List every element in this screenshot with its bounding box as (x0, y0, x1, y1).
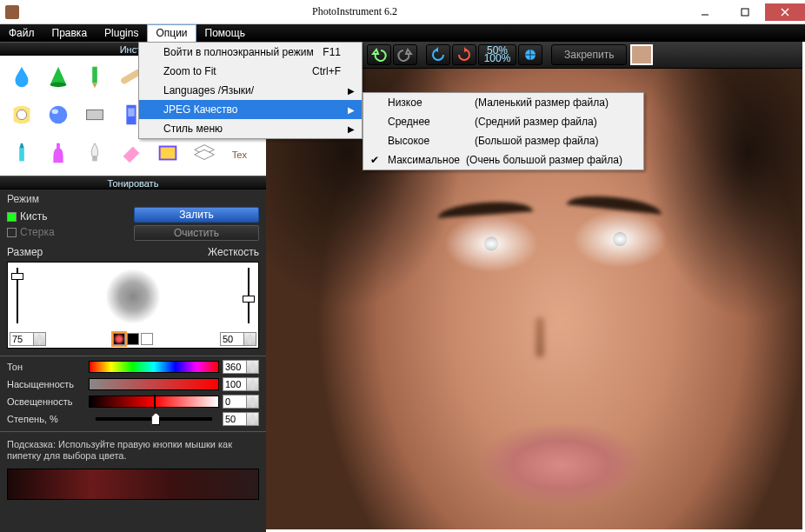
menu-edit[interactable]: Правка (43, 24, 96, 42)
saturation-input[interactable] (223, 377, 247, 391)
lightness-label: Освещенность (7, 396, 85, 407)
menu-jpeg-quality[interactable]: JPEG Качество▶ (139, 100, 362, 119)
brush-label: Кисть (20, 210, 47, 223)
size-spinner[interactable]: ▲▼ (10, 332, 46, 346)
svg-rect-24 (92, 156, 97, 162)
menu-file[interactable]: Файл (0, 24, 43, 42)
brush-color-a[interactable] (113, 333, 125, 345)
svg-rect-1 (742, 9, 748, 16)
hint-text: Подсказка: Используйте правую кнопки мыш… (0, 436, 266, 465)
app-icon (5, 5, 19, 19)
redo-button[interactable] (393, 44, 417, 65)
jpeg-quality-submenu: Низкое(Маленький размер файла) Среднее(С… (363, 92, 644, 170)
menu-options[interactable]: Опции (147, 24, 196, 42)
tool-marker[interactable] (3, 134, 40, 172)
degree-slider[interactable] (96, 417, 212, 421)
brush-preview-box: ▲▼ ▲▼ (7, 262, 259, 349)
toning-panel: Режим Кисть Стерка Залить Очистить Разме… (0, 190, 266, 532)
lightness-input[interactable] (223, 395, 247, 409)
tool-drop[interactable] (3, 57, 40, 96)
tool-sphere[interactable] (40, 96, 77, 134)
toning-panel-title: Тонировать (0, 176, 266, 190)
hardness-slider[interactable] (243, 268, 255, 323)
tool-cone[interactable] (40, 57, 77, 96)
svg-point-14 (17, 110, 26, 119)
image-thumbnail[interactable] (630, 44, 653, 65)
eraser-radio[interactable]: Стерка (7, 226, 129, 238)
menu-plugins[interactable]: Plugins (96, 24, 147, 42)
options-menu: Войти в полноэкранный режимF11 Zoom to F… (138, 42, 363, 139)
brush-shape-square[interactable] (141, 333, 153, 345)
saturation-spinner[interactable]: ▲▼ (223, 377, 259, 391)
hue-spinner[interactable]: ▲▼ (223, 360, 259, 374)
mode-label: Режим (7, 193, 259, 205)
svg-rect-5 (92, 67, 97, 83)
brush-preview (105, 269, 161, 324)
window-title: PhotoInstrument 6.2 (24, 5, 685, 18)
jpeg-high[interactable]: Высокое(Большой размер файла) (363, 131, 643, 150)
tool-eraser[interactable] (113, 134, 150, 172)
tool-text[interactable]: Tex (223, 134, 259, 172)
degree-input[interactable] (223, 412, 247, 426)
rotate-left-button[interactable] (426, 44, 450, 65)
close-button[interactable] (765, 3, 805, 21)
svg-rect-19 (128, 109, 135, 116)
eraser-label: Стерка (20, 226, 55, 238)
svg-rect-26 (161, 147, 176, 158)
lightness-spinner[interactable]: ▲▼ (223, 395, 259, 409)
hue-label: Тон (7, 362, 85, 372)
zoom-fit-button[interactable] (518, 44, 542, 65)
tool-scale[interactable] (77, 96, 113, 134)
tool-pencil[interactable] (77, 57, 113, 96)
saturation-label: Насыщенность (7, 379, 85, 389)
svg-rect-23 (19, 148, 24, 161)
jpeg-medium[interactable]: Среднее(Средний размер файла) (363, 112, 643, 131)
maximize-button[interactable] (725, 3, 765, 21)
size-slider[interactable] (11, 268, 23, 323)
svg-point-16 (52, 109, 59, 114)
pin-button[interactable]: Закрепить (551, 44, 627, 65)
hue-gradient[interactable] (89, 361, 219, 373)
tool-bottle[interactable] (40, 134, 77, 172)
size-label: Размер (7, 246, 43, 258)
svg-point-4 (50, 83, 67, 88)
fill-button[interactable]: Залить (134, 207, 259, 223)
clear-button[interactable]: Очистить (134, 225, 259, 241)
tool-image[interactable] (150, 134, 186, 172)
zoom-indicator[interactable]: 50%100% (478, 44, 516, 65)
minimize-button[interactable] (685, 3, 725, 21)
check-icon: ✔ (370, 154, 379, 166)
lightness-gradient[interactable] (89, 396, 219, 408)
hardness-input[interactable] (220, 332, 244, 346)
menu-languages[interactable]: Languages /Языки/▶ (139, 81, 362, 100)
menu-help[interactable]: Помощь (196, 24, 254, 42)
brush-color-b[interactable] (127, 333, 139, 345)
rotate-right-button[interactable] (452, 44, 476, 65)
degree-label: Степень, % (7, 414, 85, 424)
saturation-gradient[interactable] (89, 378, 219, 390)
tool-layers2[interactable] (186, 134, 223, 172)
menu-bar: Файл Правка Plugins Опции Помощь (0, 24, 805, 42)
hardness-spinner[interactable]: ▲▼ (220, 332, 256, 346)
hue-input[interactable] (223, 360, 247, 374)
size-input[interactable] (10, 332, 34, 346)
tool-bulb[interactable] (77, 134, 113, 172)
menu-fullscreen[interactable]: Войти в полноэкранный режимF11 (139, 43, 362, 62)
tool-clock[interactable] (3, 96, 40, 134)
jpeg-max[interactable]: ✔Максимальное(Очень большой размер файла… (363, 150, 643, 170)
svg-rect-17 (87, 110, 103, 119)
brush-radio[interactable]: Кисть (7, 210, 129, 223)
hardness-label: Жесткость (208, 246, 259, 258)
svg-point-15 (50, 106, 68, 124)
large-color-preview (7, 469, 259, 500)
undo-button[interactable] (367, 44, 391, 65)
svg-text:Tex: Tex (232, 150, 248, 160)
title-bar: PhotoInstrument 6.2 (0, 0, 805, 24)
menu-zoom-fit[interactable]: Zoom to FitCtrl+F (139, 62, 362, 81)
menu-style[interactable]: Стиль меню▶ (139, 119, 362, 138)
degree-spinner[interactable]: ▲▼ (223, 412, 259, 426)
jpeg-low[interactable]: Низкое(Маленький размер файла) (363, 93, 643, 112)
